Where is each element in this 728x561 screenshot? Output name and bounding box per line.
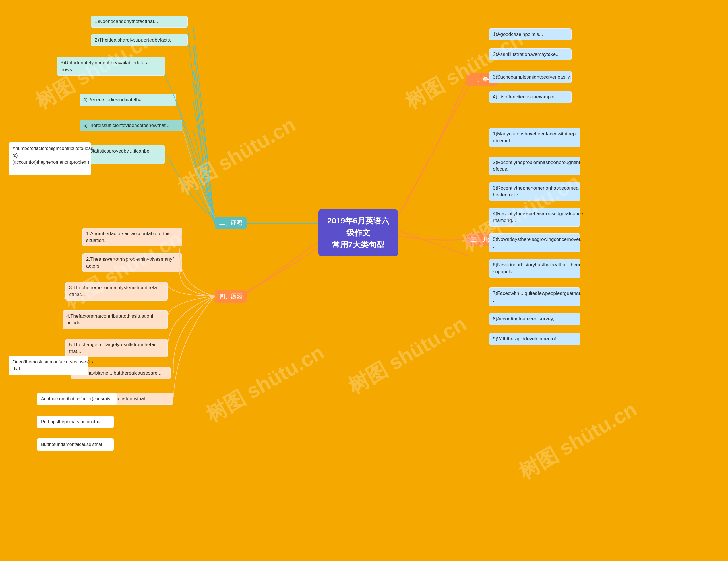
watermark-8: 树图 shütu.cn: [514, 396, 642, 485]
svg-line-2: [193, 46, 215, 223]
yuanyin-sub-1: Oneofthemostcommonfactors(causes)is that…: [9, 356, 88, 375]
yuanyin-leaf-3: 3.Thephenomenonmainlystemsfromthefa ctth…: [65, 282, 168, 301]
kaipian-leaf-2: 2)Recentlytheproblemhasbeenbroughtint of…: [489, 156, 580, 175]
watermark-4: 树图 shütu.cn: [201, 339, 329, 428]
zhengming-leaf-5: 5)Thereissufficientevidencetoshowthat...: [80, 119, 182, 131]
svg-line-4: [193, 102, 215, 223]
juli-leaf-1: 1)Agoodcaseinpointis...: [489, 28, 572, 40]
central-node: 2019年6月英语六级作文 常用7大类句型: [319, 209, 398, 256]
zhengming-leaf-2: 2)Theideaishardlysupportedbyfacts.: [91, 34, 188, 46]
svg-line-3: [193, 71, 215, 223]
kaipian-leaf-1: 1)Manynationshavebeenfacedwiththepr oble…: [489, 128, 580, 147]
watermark-7: 树图 shütu.cn: [343, 310, 471, 400]
svg-line-5: [193, 131, 215, 223]
kaipian-leaf-5: 5)Nowadaysthereisagrowingconcernover. ..: [489, 233, 580, 252]
yuanyin-leaf-5: 5.Thechangein...largelyresultsfromthefac…: [65, 339, 168, 358]
juli-leaf-2: 2)Asanillustration,wemaytake...: [489, 48, 572, 60]
svg-line-10: [239, 242, 319, 299]
kaipian-leaf-3: 3)Recentlythephenomenonhasbecomea heated…: [489, 182, 580, 201]
kaipian-leaf-9: 9)Withtherapiddevelopmentof...,...: [489, 333, 580, 345]
svg-line-8: [398, 85, 469, 216]
yuanyin-leaf-4: 4.Thefactorsthatcontributetothissituatio…: [63, 310, 168, 329]
kaipian-leaf-6: 6)Neverinourhistoryhastheideathat...been…: [489, 259, 580, 278]
watermark-2: 树图 shütu.cn: [173, 111, 301, 201]
yuanyin-leaf-1: 1.Anumberfactorsareaccountableforthis si…: [82, 228, 182, 246]
yuanyin-sub-4: Butthefundamentalcauseisthat: [37, 438, 114, 451]
svg-line-6: [193, 159, 215, 223]
zhengming-leaf-3: 3)Unfortunately,noneoftheavailabledatas …: [57, 57, 165, 76]
branch-zhengming: 二、证明: [215, 217, 247, 229]
svg-line-1: [193, 28, 215, 223]
zhengming-leaf-1: 1)Noonecandenythefactthat...: [91, 16, 188, 28]
svg-line-7: [193, 185, 215, 223]
yuanyin-sub-3: Perhapstheprimaryfactoristhat...: [37, 416, 114, 428]
svg-line-9: [398, 230, 469, 256]
branch-yuanyin: 四、原因: [215, 290, 247, 303]
juli-leaf-4: 4)...isoftencitedasanexample.: [489, 91, 572, 103]
kaipian-leaf-4: 4)Recentlytheissuehasarousedgreatconce r…: [489, 208, 580, 226]
juli-leaf-3: 3)Suchexamplesmightbegiveneasily.: [489, 71, 572, 83]
yuanyin-leaf-2: 2.Theanswertothisprobleminvolvesmanyf ac…: [82, 253, 182, 272]
kaipian-leaf-7: 7)Facedwith...,quiteafewpeoplearguethat.…: [489, 288, 580, 306]
kaipian-leaf-8: 8)Accordingtoarecentsurvey,...: [489, 313, 580, 325]
zhengming-leaf-4: 4)Recentstudiesindicatethat...: [80, 94, 176, 106]
yuanyin-sub-2: Anothercontributingfactor(cause)is...: [37, 393, 117, 405]
extra-left-node: Anumberoffactorsmightcontributeto(lead t…: [9, 142, 91, 175]
